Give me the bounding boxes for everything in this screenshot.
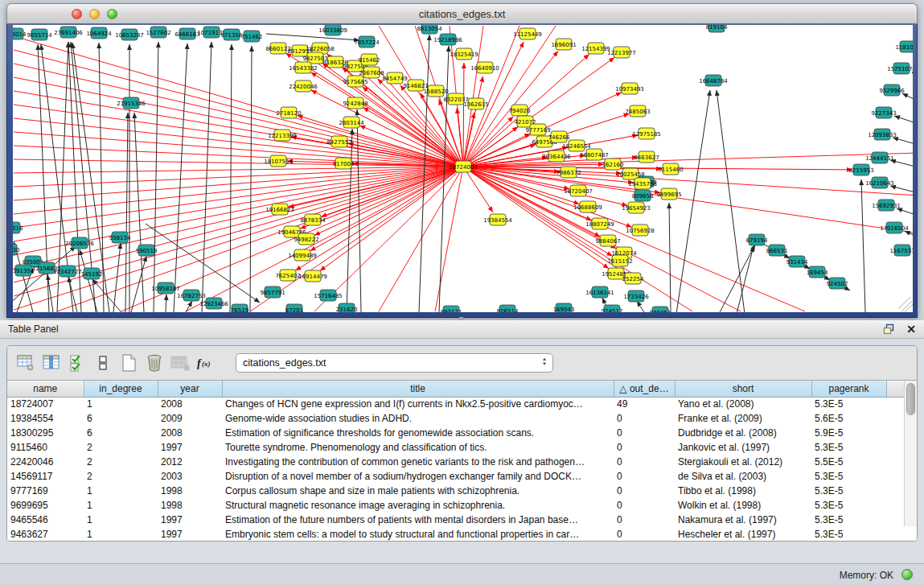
network-canvas[interactable]: 8930149055714276914061064924106532871527… [13, 25, 913, 312]
column-header-out_de[interactable]: △ out_de… [614, 381, 675, 397]
cell: Changes of HCN gene expression and I(f) … [222, 397, 614, 411]
graph-node-label: 22420046 [289, 84, 318, 90]
column-visibility-icon[interactable] [41, 352, 62, 373]
table-row[interactable]: 1456911722003Disruption of a novel membe… [7, 469, 904, 484]
cell: 22420046 [7, 455, 84, 469]
table-scrollbar[interactable] [904, 381, 917, 526]
delete-table-icon[interactable] [144, 352, 165, 373]
traffic-lights [72, 9, 117, 19]
graph-node-label: 20206576 [65, 241, 94, 247]
table-row[interactable]: 1830029562008Estimation of significance … [7, 426, 904, 440]
zoom-window-button[interactable] [107, 9, 117, 19]
cell: 1 [84, 484, 158, 498]
graph-node-label: 1362615 [463, 101, 488, 108]
window-title: citations_edges.txt [7, 4, 917, 24]
window-frame: 8930149055714276914061064924106532871527… [6, 24, 918, 318]
cell: Wolkin et al. (1998) [675, 498, 811, 513]
cell: Structural magnetic resonance image aver… [222, 498, 614, 513]
graph-node-label: 1615152 [607, 258, 632, 265]
graph-node-label: 1696091 [551, 42, 576, 48]
cell: Genome-wide association studies in ADHD. [222, 411, 614, 426]
cell: 6 [84, 426, 158, 440]
cell [886, 527, 904, 542]
graph-node-label: 19654923 [622, 205, 651, 212]
graph-node-label: 10973493 [615, 86, 644, 93]
table-row[interactable]: 946362711997Embryonic stem cells: a mode… [7, 527, 904, 542]
graph-node-label: 9115460 [658, 167, 683, 173]
graph-node-label: 169043 [553, 307, 575, 313]
column-header-pagerank[interactable]: pagerank [811, 381, 886, 397]
graph-node-label: 18720407 [564, 188, 593, 195]
float-panel-icon[interactable] [883, 323, 895, 335]
graph-node-label: 15692931 [872, 203, 901, 209]
graph-node-label: 18107554 [264, 159, 293, 165]
minimize-window-button[interactable] [89, 9, 100, 19]
graph-node-label: 9227343 [871, 110, 896, 117]
graph-node-label: 9055714 [27, 32, 52, 39]
create-table-icon[interactable] [118, 352, 139, 373]
select-all-icon[interactable] [67, 352, 88, 373]
cell: Embryonic stem cells: a model to study s… [222, 527, 614, 542]
table-row[interactable]: 1872400712008Changes of HCN gene express… [7, 397, 904, 411]
graph-node-label: 19218986 [433, 37, 462, 43]
graph-node-label: 16136141 [585, 290, 614, 296]
graph-node-label: 9884067 [595, 238, 620, 245]
graph-node-label: 7986372 [556, 170, 581, 176]
graph-node-label: 10653287 [115, 32, 144, 39]
graph-node-label: 1167533 [889, 248, 913, 254]
graph-node-label: 10958107 [151, 286, 180, 292]
graph-node-label: 9857791 [260, 290, 285, 296]
graph-node-label: 2367608 [359, 70, 384, 76]
table-row[interactable]: 2242004622012Investigating the contribut… [7, 455, 904, 469]
graph-node-label: 6466163 [175, 31, 199, 38]
cell: 1 [84, 498, 158, 513]
graph-node-label: 590518 [136, 248, 158, 254]
graph-node-label: 18724007 [449, 164, 478, 171]
cell [886, 440, 904, 455]
column-header-name[interactable]: name [7, 381, 84, 397]
table-selector-value: citations_edges.txt [243, 357, 326, 369]
cell: Stergiakouli et al. (2012) [675, 455, 811, 469]
column-header-title[interactable]: title [222, 381, 614, 397]
cell: 5.9E-5 [811, 426, 886, 440]
column-header-year[interactable]: year [158, 381, 222, 397]
memory-status-label: Memory: OK [840, 570, 893, 581]
table-settings-icon[interactable] [15, 352, 36, 373]
cell [886, 455, 904, 469]
cell: Nakamura et al. (1997) [675, 513, 811, 527]
table-selector-dropdown[interactable]: citations_edges.txt▲▼ [236, 353, 553, 373]
graph-node-label: 12444151 [865, 155, 894, 162]
graph-node-label: 10756928 [626, 228, 655, 234]
import-table-disabled-icon[interactable] [170, 352, 191, 373]
column-header-short[interactable]: short [675, 381, 811, 397]
table-row[interactable]: 946554611997Estimation of the future num… [7, 513, 904, 527]
cell: 0 [614, 498, 675, 513]
column-header-in_degree[interactable]: in_degree [84, 381, 158, 397]
cell: 5.3E-5 [811, 397, 886, 411]
cell: 9115460 [7, 440, 84, 455]
graph-node-label: 76519 [231, 307, 248, 313]
scrollbar-thumb[interactable] [906, 383, 915, 415]
graph-node-label: 18325419 [450, 51, 478, 58]
graph-node-label: 18226058 [306, 46, 335, 52]
cell: 9465546 [7, 513, 84, 527]
table-row[interactable]: 977716911998Corpus callosum shape and si… [7, 484, 904, 498]
graph-node-label: 671358 [221, 32, 243, 39]
graph-node-label: 87201 [285, 307, 303, 313]
close-window-button[interactable] [72, 9, 82, 19]
row-height-icon[interactable] [92, 352, 113, 373]
table-row[interactable]: 911546021997Tourette syndrome. Phenomeno… [7, 440, 904, 455]
function-builder-icon[interactable]: f(x) [195, 352, 216, 373]
graph-node-label: 15716485 [314, 293, 343, 299]
cell: Investigating the contribution of common… [222, 455, 614, 469]
cell: 2008 [158, 397, 222, 411]
table-row[interactable]: 1938455462009Genome-wide association stu… [7, 411, 904, 426]
graph-node-label: 8427552 [326, 139, 351, 146]
cell: 5.3E-5 [811, 469, 886, 484]
window-titlebar[interactable]: citations_edges.txt [6, 3, 918, 24]
graph-node-label: 16543382 [289, 65, 318, 72]
graph-node-label: 19435756 [628, 181, 657, 187]
panel-title: Table Panel [8, 323, 59, 335]
table-row[interactable]: 969969511998Structural magnetic resonanc… [7, 498, 904, 513]
cell: Dudbridge et al. (2008) [675, 426, 811, 440]
